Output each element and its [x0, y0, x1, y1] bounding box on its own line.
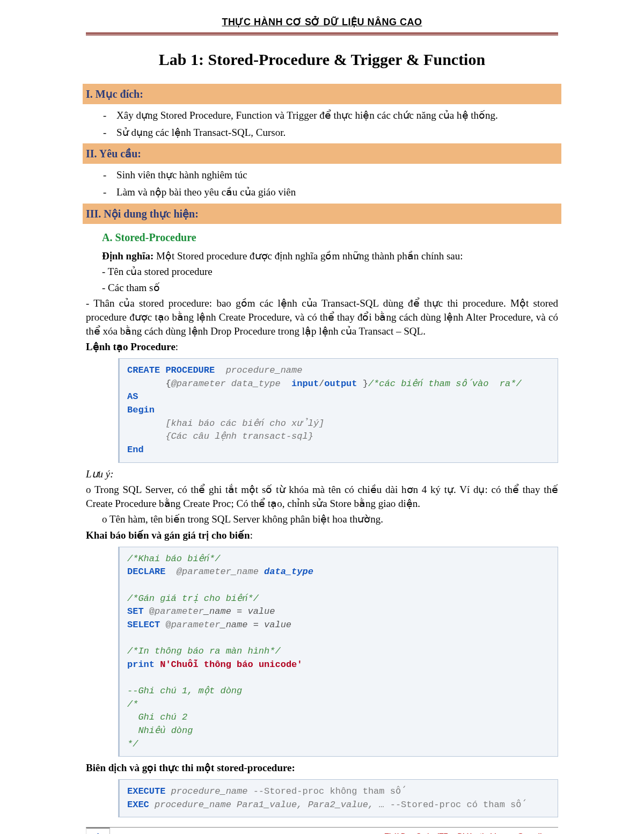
note-label: Lưu ý: [86, 467, 558, 481]
page-number: 1 [86, 827, 110, 834]
bullet-text: - Thân của stored procedure: bao gồm các… [86, 296, 558, 338]
section-heading-2: II. Yêu cầu: [83, 143, 561, 164]
declare-var-label: Khai báo biến và gán giá trị cho biến: [86, 528, 558, 542]
header-rule [86, 32, 558, 35]
definition-label: Định nghĩa: [102, 250, 153, 262]
bullet-text: - Tên của stored procedure [102, 265, 558, 279]
section-2-list: Sinh viên thực hành nghiêm túc Làm và nộ… [118, 168, 558, 199]
header-bold: NÂNG CAO [368, 17, 422, 27]
footer-author: Thái Duy Quý – ITFac DLU – thaiduyquy@gm… [385, 829, 558, 834]
compile-exec-label: Biên dịch và gọi thực thi một stored-pro… [86, 761, 558, 775]
note-text: o Trong SQL Server, có thể ghi tắt một s… [86, 483, 558, 510]
definition-line: Định nghĩa: Một Stored procedure được đị… [102, 249, 558, 263]
list-item: Sinh viên thực hành nghiêm túc [118, 168, 558, 182]
section-1-list: Xây dựng Stored Procedure, Function và T… [118, 108, 558, 139]
page-header: THỰC HÀNH CƠ SỞ DỮ LIỆU NÂNG CAO [86, 16, 558, 28]
definition-text: Một Stored procedure được định nghĩa gồm… [153, 250, 463, 262]
code-block-create-procedure: CREATE PROCEDURE procedure_name {@parame… [118, 358, 558, 462]
page-footer: 1 Thái Duy Quý – ITFac DLU – thaiduyquy@… [86, 827, 558, 834]
code-block-execute: EXECUTE procedure_name --Stored-proc khô… [118, 779, 558, 817]
subsection-a-heading: A. Stored-Procedure [102, 231, 558, 244]
page-title: Lab 1: Stored-Procedure & Trigger & Func… [86, 50, 558, 69]
section-heading-1: I. Mục đích: [83, 84, 561, 104]
list-item: Sử dụng các lệnh Transact-SQL, Cursor. [118, 126, 558, 140]
create-procedure-label: Lệnh tạo Procedure: [86, 340, 558, 354]
bullet-text: - Các tham số [102, 281, 558, 295]
section-heading-3: III. Nội dung thực hiện: [83, 204, 561, 224]
code-block-declare: /*Khai báo biến*/ DECLARE @parameter_nam… [118, 547, 558, 757]
list-item: Xây dựng Stored Procedure, Function và T… [118, 108, 558, 122]
note-text: o Tên hàm, tên biến trong SQL Server khô… [102, 512, 558, 526]
header-prefix: THỰC HÀNH CƠ SỞ DỮ LIỆU [222, 17, 368, 27]
list-item: Làm và nộp bài theo yêu cầu của giáo viê… [118, 185, 558, 199]
